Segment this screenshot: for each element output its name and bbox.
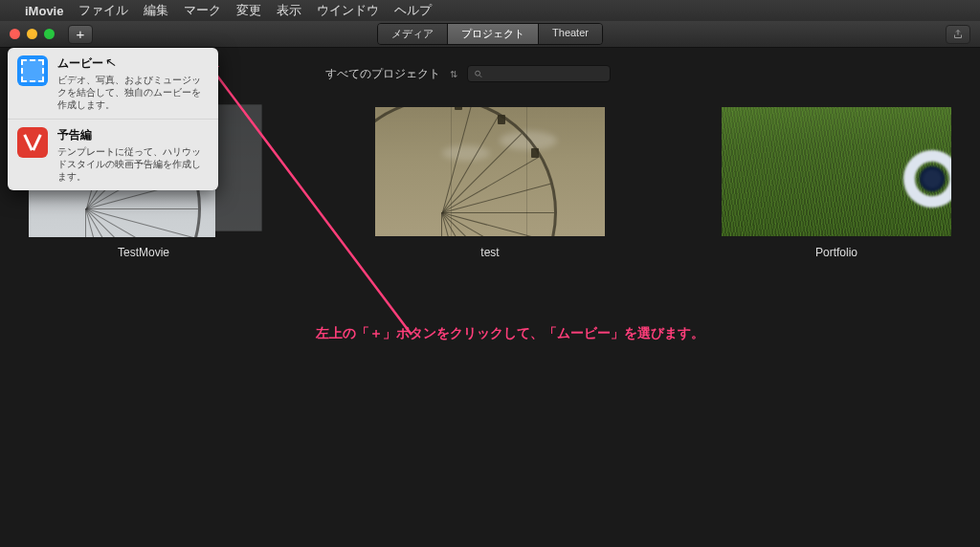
popover-trailer-desc: テンプレートに従って、ハリウッドスタイルの映画予告編を作成します。: [57, 145, 209, 183]
menubar-help[interactable]: ヘルプ: [394, 2, 432, 19]
view-segmented-control: メディア プロジェクト Theater: [377, 23, 603, 45]
search-icon: [474, 69, 483, 79]
project-label: TestMovie: [118, 246, 169, 259]
share-button[interactable]: [946, 25, 970, 44]
menubar-view[interactable]: 表示: [277, 2, 301, 19]
macos-menubar: iMovie ファイル 編集 マーク 変更 表示 ウインドウ ヘルプ: [0, 0, 980, 21]
menubar-edit[interactable]: 編集: [144, 2, 168, 19]
trailer-icon: [17, 127, 48, 158]
popover-movie-title: ムービー: [57, 55, 209, 72]
project-label: test: [480, 246, 499, 259]
annotation-text: 左上の「＋」ボタンをクリックして、「ムービー」を選びます。: [316, 325, 704, 342]
menubar-file[interactable]: ファイル: [78, 2, 128, 19]
menubar-modify[interactable]: 変更: [236, 2, 261, 19]
toolbar: + メディア プロジェクト Theater: [0, 21, 980, 48]
menubar-mark[interactable]: マーク: [184, 2, 221, 19]
window-controls: [0, 29, 55, 39]
minimize-window-button[interactable]: [27, 29, 37, 39]
project-filter-label[interactable]: すべてのプロジェクト: [325, 66, 440, 82]
popover-trailer-title: 予告編: [57, 127, 209, 143]
new-project-button[interactable]: +: [68, 25, 93, 44]
svg-point-0: [476, 71, 480, 76]
movie-icon: [17, 55, 48, 86]
close-window-button[interactable]: [10, 29, 20, 39]
search-field[interactable]: [467, 65, 611, 82]
cursor-icon: ↖: [104, 54, 119, 71]
project-filter-bar: すべてのプロジェクト ⇅: [325, 65, 611, 82]
zoom-window-button[interactable]: [44, 29, 55, 39]
project-label: Portfolio: [815, 246, 858, 259]
popover-movie-desc: ビデオ、写真、およびミュージックを結合して、独自のムービーを作成します。: [57, 74, 209, 111]
menubar-window[interactable]: ウインドウ: [317, 2, 379, 19]
menubar-app[interactable]: iMovie: [25, 4, 63, 18]
search-input[interactable]: [487, 68, 604, 79]
chevron-updown-icon[interactable]: ⇅: [450, 69, 457, 79]
project-item-test[interactable]: test: [375, 107, 605, 259]
project-thumbnail: [722, 107, 951, 236]
tab-media[interactable]: メディア: [378, 24, 448, 44]
project-thumbnail: [375, 107, 605, 236]
tab-project[interactable]: プロジェクト: [448, 24, 539, 44]
tab-theater[interactable]: Theater: [539, 24, 602, 44]
svg-line-1: [479, 75, 481, 77]
popover-item-trailer[interactable]: 予告編 テンプレートに従って、ハリウッドスタイルの映画予告編を作成します。: [8, 120, 218, 190]
project-item-portfolio[interactable]: Portfolio: [722, 107, 951, 259]
